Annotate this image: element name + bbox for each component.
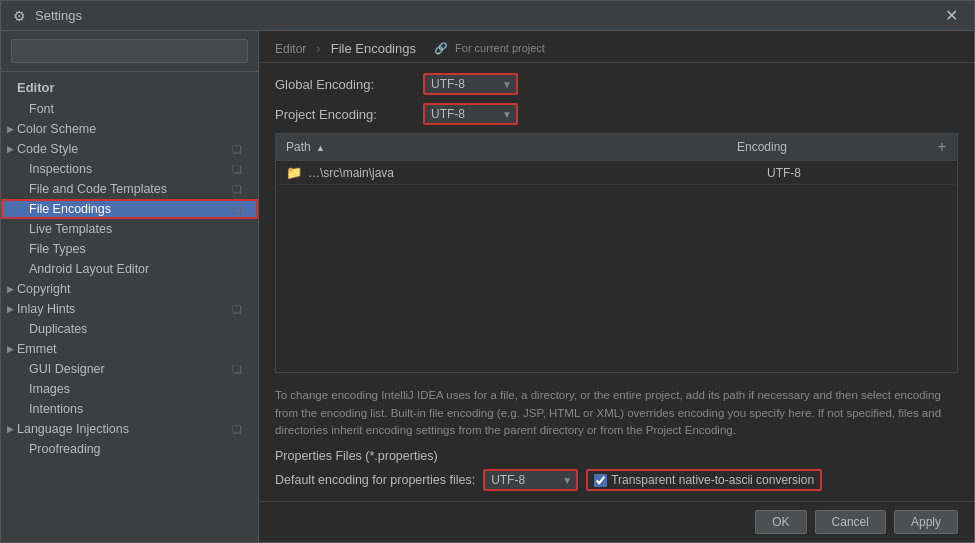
breadcrumb-root: Editor xyxy=(275,42,306,56)
window-title: Settings xyxy=(35,8,939,23)
breadcrumb-project-label: For current project xyxy=(455,42,545,54)
sort-indicator: ▲ xyxy=(316,143,325,153)
transparent-conversion-checkbox[interactable] xyxy=(594,474,607,487)
properties-encoding-select[interactable]: UTF-8 UTF-16 ISO-8859-1 xyxy=(485,471,576,489)
path-cell: 📁 …\src\main\java xyxy=(276,161,757,184)
sidebar-item-label: Color Scheme xyxy=(17,122,96,136)
settings-window: ⚙ Settings ✕ Editor Font ▶ Color Scheme xyxy=(0,0,975,543)
project-encoding-label: Project Encoding: xyxy=(275,107,415,122)
sidebar-item-label: File Encodings xyxy=(29,202,111,216)
table-body: 📁 …\src\main\java UTF-8 xyxy=(276,161,957,372)
properties-section-label: Properties Files (*.properties) xyxy=(275,449,958,463)
breadcrumb-separator: › xyxy=(316,41,320,56)
sidebar-item-label: Inlay Hints xyxy=(17,302,75,316)
sidebar-item-label: Android Layout Editor xyxy=(29,262,149,276)
global-encoding-select[interactable]: UTF-8 UTF-16 ISO-8859-1 xyxy=(425,75,516,93)
copy-icon: ❑ xyxy=(232,163,242,176)
table-header-encoding: Encoding xyxy=(727,138,927,156)
sidebar-item-label: Emmet xyxy=(17,342,57,356)
path-value: …\src\main\java xyxy=(308,166,394,180)
sidebar-item-file-code-templates[interactable]: File and Code Templates ❑ xyxy=(1,179,258,199)
properties-section: Properties Files (*.properties) Default … xyxy=(275,449,958,491)
sidebar-item-label: Code Style xyxy=(17,142,78,156)
table-area: Path ▲ Encoding + 📁 …\src\main\java xyxy=(275,133,958,373)
sidebar-item-label: Copyright xyxy=(17,282,71,296)
folder-icon: 📁 xyxy=(286,165,302,180)
table-header: Path ▲ Encoding + xyxy=(276,134,957,161)
sidebar-item-proofreading[interactable]: Proofreading xyxy=(1,439,258,459)
cancel-button[interactable]: Cancel xyxy=(815,510,886,534)
sidebar-item-file-encodings[interactable]: File Encodings ❑ xyxy=(1,199,258,219)
sidebar-item-inlay-hints[interactable]: ▶ Inlay Hints ❑ xyxy=(1,299,258,319)
path-column-label: Path xyxy=(286,140,311,154)
sidebar-item-emmet[interactable]: ▶ Emmet xyxy=(1,339,258,359)
project-encoding-select[interactable]: UTF-8 UTF-16 ISO-8859-1 xyxy=(425,105,516,123)
sidebar-item-duplicates[interactable]: Duplicates xyxy=(1,319,258,339)
sidebar-item-label: Font xyxy=(29,102,54,116)
panel-body: Global Encoding: UTF-8 UTF-16 ISO-8859-1… xyxy=(259,63,974,501)
file-table: Path ▲ Encoding + 📁 …\src\main\java xyxy=(275,133,958,373)
copy-icon: ❑ xyxy=(232,183,242,196)
titlebar: ⚙ Settings ✕ xyxy=(1,1,974,31)
sidebar-item-images[interactable]: Images xyxy=(1,379,258,399)
sidebar: Editor Font ▶ Color Scheme ▶ Code Style … xyxy=(1,31,259,542)
sidebar-item-label: File and Code Templates xyxy=(29,182,167,196)
sidebar-item-label: File Types xyxy=(29,242,86,256)
search-input[interactable] xyxy=(11,39,248,63)
properties-encoding-select-wrapper: UTF-8 UTF-16 ISO-8859-1 ▼ xyxy=(483,469,578,491)
breadcrumb-project: 🔗 For current project xyxy=(434,42,545,55)
info-text: To change encoding IntelliJ IDEA uses fo… xyxy=(275,381,958,445)
close-button[interactable]: ✕ xyxy=(939,4,964,27)
arrow-icon: ▶ xyxy=(7,144,14,154)
table-header-path: Path ▲ xyxy=(276,138,727,156)
apply-button[interactable]: Apply xyxy=(894,510,958,534)
sidebar-item-label: Proofreading xyxy=(29,442,101,456)
sidebar-item-color-scheme[interactable]: ▶ Color Scheme xyxy=(1,119,258,139)
add-path-button[interactable]: + xyxy=(927,138,957,156)
arrow-icon: ▶ xyxy=(7,284,14,294)
copy-icon: ❑ xyxy=(232,303,242,316)
sidebar-item-live-templates[interactable]: Live Templates xyxy=(1,219,258,239)
sidebar-item-file-types[interactable]: File Types xyxy=(1,239,258,259)
sidebar-item-gui-designer[interactable]: GUI Designer ❑ xyxy=(1,359,258,379)
sidebar-item-code-style[interactable]: ▶ Code Style ❑ xyxy=(1,139,258,159)
right-panel: Editor › File Encodings 🔗 For current pr… xyxy=(259,31,974,542)
copy-icon: ❑ xyxy=(232,423,242,436)
sidebar-item-android-layout-editor[interactable]: Android Layout Editor xyxy=(1,259,258,279)
global-encoding-row: Global Encoding: UTF-8 UTF-16 ISO-8859-1… xyxy=(275,73,958,95)
sidebar-item-label: Intentions xyxy=(29,402,83,416)
properties-encoding-label: Default encoding for properties files: xyxy=(275,473,475,487)
sidebar-item-intentions[interactable]: Intentions xyxy=(1,399,258,419)
arrow-icon: ▶ xyxy=(7,304,14,314)
project-encoding-row: Project Encoding: UTF-8 UTF-16 ISO-8859-… xyxy=(275,103,958,125)
sidebar-item-label: Images xyxy=(29,382,70,396)
nav-tree: Editor Font ▶ Color Scheme ▶ Code Style … xyxy=(1,72,258,542)
copy-icon: ❑ xyxy=(232,203,242,216)
breadcrumb-current: File Encodings xyxy=(331,41,416,56)
transparent-conversion-label: Transparent native-to-ascii conversion xyxy=(611,473,814,487)
sidebar-item-inspections[interactable]: Inspections ❑ xyxy=(1,159,258,179)
sidebar-item-label: GUI Designer xyxy=(29,362,105,376)
sidebar-item-copyright[interactable]: ▶ Copyright xyxy=(1,279,258,299)
main-content: Editor Font ▶ Color Scheme ▶ Code Style … xyxy=(1,31,974,542)
global-encoding-select-wrapper: UTF-8 UTF-16 ISO-8859-1 ▼ xyxy=(423,73,518,95)
table-row[interactable]: 📁 …\src\main\java UTF-8 xyxy=(276,161,957,185)
arrow-icon: ▶ xyxy=(7,124,14,134)
project-encoding-select-wrapper: UTF-8 UTF-16 ISO-8859-1 ▼ xyxy=(423,103,518,125)
global-encoding-label: Global Encoding: xyxy=(275,77,415,92)
panel-header: Editor › File Encodings 🔗 For current pr… xyxy=(259,31,974,63)
copy-icon: ❑ xyxy=(232,143,242,156)
sidebar-item-label: Inspections xyxy=(29,162,92,176)
ok-button[interactable]: OK xyxy=(755,510,806,534)
properties-row: Default encoding for properties files: U… xyxy=(275,469,958,491)
arrow-icon: ▶ xyxy=(7,424,14,434)
arrow-icon: ▶ xyxy=(7,344,14,354)
search-box xyxy=(1,31,258,72)
sidebar-item-label: Live Templates xyxy=(29,222,112,236)
sidebar-item-language-injections[interactable]: ▶ Language Injections ❑ xyxy=(1,419,258,439)
sidebar-item-label: Duplicates xyxy=(29,322,87,336)
sidebar-section-editor: Editor xyxy=(1,76,258,99)
sidebar-item-label: Language Injections xyxy=(17,422,129,436)
panel-footer: OK Cancel Apply xyxy=(259,501,974,542)
sidebar-item-font[interactable]: Font xyxy=(1,99,258,119)
